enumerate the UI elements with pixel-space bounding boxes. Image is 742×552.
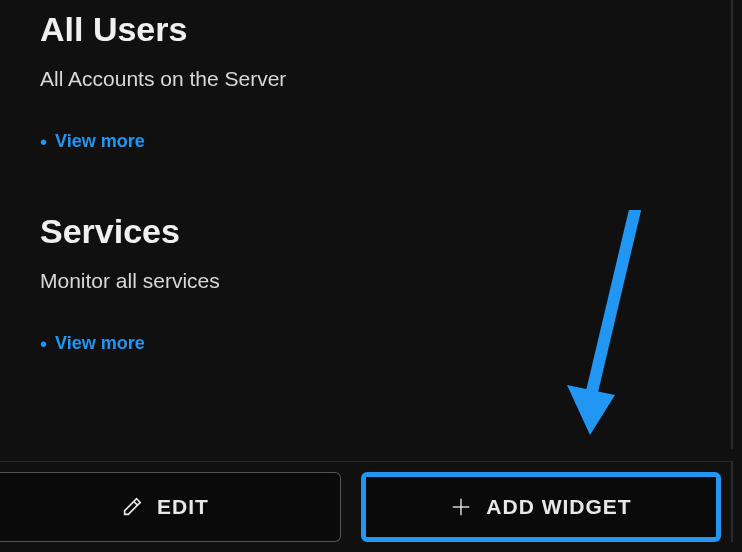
section-title: Services xyxy=(40,212,691,251)
section-desc: All Accounts on the Server xyxy=(40,67,691,91)
bullet-icon: • xyxy=(40,334,47,354)
services-section: Services Monitor all services • View mor… xyxy=(40,212,691,354)
add-widget-button[interactable]: ADD WIDGET xyxy=(361,472,721,542)
section-desc: Monitor all services xyxy=(40,269,691,293)
edit-button-label: EDIT xyxy=(157,495,209,519)
section-title: All Users xyxy=(40,10,691,49)
add-widget-button-label: ADD WIDGET xyxy=(486,495,631,519)
button-bar: EDIT ADD WIDGET xyxy=(0,461,733,542)
all-users-section: All Users All Accounts on the Server • V… xyxy=(40,10,691,152)
bullet-icon: • xyxy=(40,132,47,152)
view-more-link[interactable]: View more xyxy=(55,333,145,354)
widget-list: All Users All Accounts on the Server • V… xyxy=(0,0,733,449)
view-more-row: • View more xyxy=(40,333,691,354)
plus-icon xyxy=(450,496,472,518)
view-more-row: • View more xyxy=(40,131,691,152)
edit-button[interactable]: EDIT xyxy=(0,472,341,542)
view-more-link[interactable]: View more xyxy=(55,131,145,152)
pencil-icon xyxy=(121,496,143,518)
